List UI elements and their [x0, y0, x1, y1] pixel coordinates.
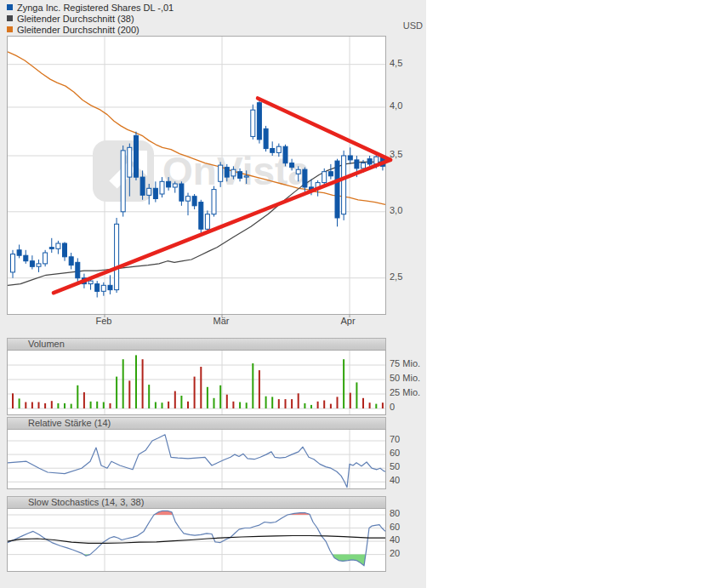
candle-body	[244, 176, 248, 177]
y-axis-tick-label: 60	[390, 448, 400, 458]
volume-bar	[180, 396, 182, 408]
candle-body	[63, 243, 67, 257]
instrument-color-swatch	[7, 4, 13, 10]
rsi-panel-header: Relative Stärke (14)	[7, 417, 386, 429]
volume-bar	[265, 397, 267, 408]
candle-body	[186, 197, 191, 202]
volume-bar	[246, 402, 248, 408]
candle-body	[192, 197, 196, 206]
y-axis-tick-label: 20	[390, 548, 400, 558]
rsi-panel-title: Relative Stärke (14)	[28, 418, 111, 428]
candle-body	[11, 254, 15, 272]
candle-body	[251, 110, 255, 136]
volume-bar	[343, 359, 344, 408]
volume-bar	[128, 380, 130, 408]
candle-body	[101, 285, 105, 291]
candle-body	[153, 188, 157, 198]
legend-item-instrument: Zynga Inc. Registered Shares DL -,01	[7, 2, 174, 13]
candle-body	[276, 146, 281, 152]
candle-body	[264, 128, 268, 148]
volume-bar	[122, 359, 124, 408]
candle-body	[134, 135, 139, 177]
candle-body	[179, 184, 184, 201]
stock-chart-widget: Zynga Inc. Registered Shares DL -,01 Gle…	[0, 0, 426, 588]
candle-body	[30, 261, 34, 267]
candle-body	[128, 147, 132, 177]
ma38-color-swatch	[7, 15, 13, 21]
volume-bar	[356, 382, 357, 408]
candle-body	[147, 188, 151, 195]
volume-bar	[304, 403, 305, 408]
rsi-line	[8, 435, 385, 488]
y-axis-tick-label: 3,0	[390, 205, 402, 215]
candle-body	[205, 214, 209, 230]
x-axis-month-label: Apr	[340, 316, 355, 326]
price-axis-unit-label: USD	[387, 20, 423, 31]
volume-bar	[219, 385, 221, 408]
volume-panel-title: Volumen	[28, 339, 65, 349]
volume-bar	[323, 401, 325, 409]
volume-bar	[103, 402, 105, 409]
volume-bar	[142, 359, 144, 408]
volume-bar	[278, 399, 280, 408]
volume-bar	[25, 402, 26, 409]
candle-body	[335, 161, 339, 218]
volume-bar	[200, 367, 202, 408]
candle-body	[199, 203, 203, 230]
candle-body	[173, 184, 177, 187]
volume-bar	[77, 385, 78, 408]
volume-bar	[83, 392, 85, 408]
volume-bar	[232, 402, 234, 408]
candle-body	[121, 151, 125, 212]
volume-bar	[51, 401, 53, 408]
candle-body	[160, 181, 164, 194]
legend-item-label: Gleitender Durchschnitt (38)	[17, 14, 134, 24]
volume-bar	[317, 402, 319, 408]
candle-body	[88, 281, 93, 284]
volume-bar	[135, 355, 137, 408]
candle-body	[231, 169, 236, 176]
y-axis-tick-label: 4,5	[390, 58, 402, 68]
volume-bar	[382, 402, 384, 408]
volume-bar	[12, 393, 14, 408]
volume-bar	[96, 402, 98, 408]
candle-body	[49, 248, 54, 249]
volume-bar	[252, 363, 253, 408]
volume-bar	[44, 403, 46, 408]
volume-bar	[194, 377, 196, 408]
volume-bar	[148, 385, 150, 408]
stoch-signal-line	[8, 536, 385, 544]
volume-bar	[168, 402, 169, 408]
candle-body	[108, 285, 112, 289]
y-axis-tick-label: 3,5	[390, 149, 402, 159]
y-axis-tick-label: 60	[390, 522, 400, 532]
candle-body	[257, 103, 261, 140]
candle-body	[212, 190, 216, 214]
volume-bar	[226, 395, 228, 408]
legend-item-label: Gleitender Durchschnitt (200)	[17, 25, 139, 35]
x-axis-month-label: Mär	[213, 316, 230, 326]
y-axis-tick-label: 4,0	[390, 100, 402, 111]
chart-legend: Zynga Inc. Registered Shares DL -,01 Gle…	[7, 2, 174, 35]
volume-bar	[116, 377, 117, 408]
y-axis-tick-label: 50	[390, 461, 400, 471]
candle-body	[355, 160, 359, 168]
stochastics-panel-header: Slow Stochastics (14, 3, 38)	[7, 496, 386, 508]
y-axis-tick-label: 40	[390, 475, 400, 485]
volume-bar	[239, 402, 241, 409]
volume-bar	[330, 404, 332, 408]
candle-body	[225, 168, 229, 178]
legend-item-ma200: Gleitender Durchschnitt (200)	[7, 24, 174, 35]
volume-bar	[369, 402, 371, 408]
y-axis-tick-label: 0	[390, 402, 395, 412]
volume-bar	[350, 393, 351, 408]
candle-body	[43, 253, 48, 264]
candle-body	[140, 177, 145, 195]
ma200-color-swatch	[7, 26, 13, 32]
candle-body	[270, 149, 275, 153]
legend-item-ma38: Gleitender Durchschnitt (38)	[7, 13, 174, 24]
stochastics-plot	[7, 508, 386, 572]
candle-body	[69, 257, 73, 265]
legend-item-label: Zynga Inc. Registered Shares DL -,01	[17, 3, 174, 13]
candle-body	[348, 156, 352, 160]
